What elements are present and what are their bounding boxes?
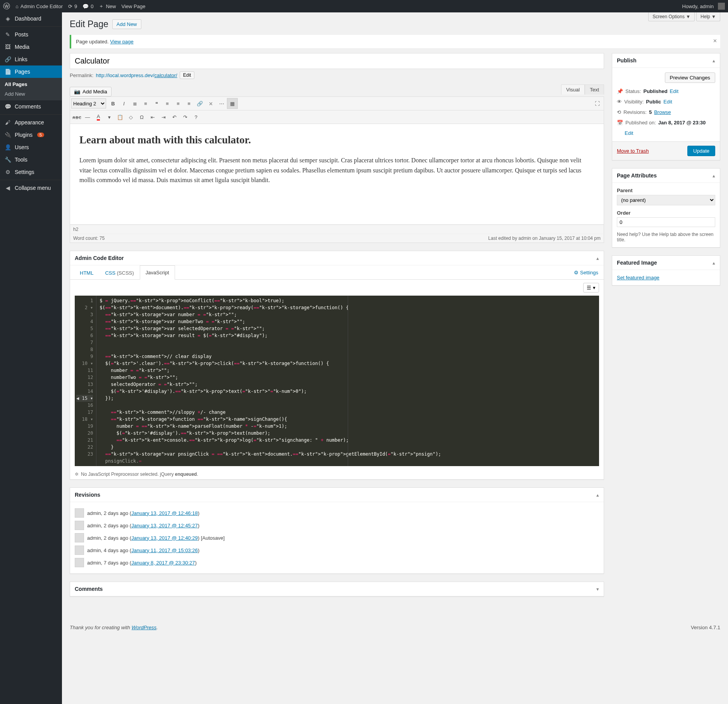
- textcolor-icon[interactable]: A: [93, 112, 104, 122]
- parent-select[interactable]: (no parent): [617, 195, 715, 205]
- fullscreen-icon[interactable]: ⛶: [592, 98, 603, 109]
- more-icon[interactable]: ⋯: [216, 98, 227, 109]
- avatar: [75, 546, 84, 555]
- code-editor[interactable]: 1 2 ▾ 3 4 5 6 7 8 9 10 ▾ 11 12 13 14◀ 15…: [75, 296, 599, 466]
- ace-status-text: No JavaScript Preprocessor selected. jQu…: [81, 472, 198, 477]
- align-left-icon[interactable]: ≡: [162, 98, 173, 109]
- edit-status-link[interactable]: Edit: [670, 88, 678, 94]
- menu-posts[interactable]: ✎Posts: [0, 28, 62, 41]
- order-input[interactable]: [617, 217, 715, 227]
- unlink-icon[interactable]: ⤫: [205, 98, 216, 109]
- view-page-link[interactable]: View page: [110, 39, 133, 45]
- menu-links[interactable]: 🔗Links: [0, 53, 62, 65]
- revision-link[interactable]: January 13, 2017 @ 12:45:27: [131, 523, 198, 528]
- add-media-button[interactable]: 📷Add Media: [70, 87, 112, 96]
- link-icon[interactable]: 🔗: [194, 98, 205, 109]
- editor-path: h2: [73, 227, 78, 232]
- bullet-list-icon[interactable]: ≣: [129, 98, 140, 109]
- textcolor-drop-icon[interactable]: ▾: [104, 112, 115, 122]
- help-icon[interactable]: ?: [191, 112, 201, 122]
- wordpress-link[interactable]: WordPress: [132, 625, 156, 630]
- comments[interactable]: 💬0: [82, 3, 93, 9]
- ace-title: Admin Code Editor: [75, 255, 124, 261]
- align-right-icon[interactable]: ≡: [184, 98, 194, 109]
- edit-date-link[interactable]: Edit: [625, 130, 633, 136]
- view-page[interactable]: View Page: [121, 3, 145, 9]
- hr-icon[interactable]: —: [82, 112, 93, 122]
- menu-collapse[interactable]: ◀Collapse menu: [0, 182, 62, 194]
- permalink-link[interactable]: http://local.wordpress.dev/calculator/: [96, 72, 177, 78]
- revision-link[interactable]: January 13, 2017 @ 12:40:29: [131, 535, 198, 541]
- align-center-icon[interactable]: ≡: [173, 98, 184, 109]
- paste-text-icon[interactable]: 📋: [115, 112, 125, 122]
- redo-icon[interactable]: ↷: [180, 112, 191, 122]
- menu-appearance[interactable]: 🖌Appearance: [0, 116, 62, 129]
- toolbar-toggle-icon[interactable]: ▦: [227, 98, 238, 109]
- settings-icon: ⚙: [4, 169, 12, 175]
- set-featured-image[interactable]: Set featured image: [617, 275, 659, 281]
- media-icon: 🖾: [4, 44, 12, 50]
- ace-settings[interactable]: ⚙Settings: [572, 266, 600, 279]
- new-content[interactable]: ＋New: [99, 3, 116, 10]
- quote-icon[interactable]: ❝: [151, 98, 162, 109]
- menu-pages[interactable]: 📄Pages: [0, 65, 62, 78]
- heading-select[interactable]: Heading 2: [71, 98, 106, 108]
- howdy-user[interactable]: Howdy, admin: [682, 3, 725, 10]
- submenu-all-pages[interactable]: All Pages: [0, 79, 62, 89]
- text-tab[interactable]: Text: [585, 84, 604, 95]
- italic-icon[interactable]: I: [118, 98, 129, 109]
- toggle-icon[interactable]: ▴: [596, 255, 599, 261]
- ace-menu-button[interactable]: ☰ ▾: [583, 283, 599, 293]
- special-char-icon[interactable]: Ω: [136, 112, 147, 122]
- toggle-icon[interactable]: ▴: [596, 492, 599, 498]
- ace-tab-html[interactable]: HTML: [74, 266, 99, 280]
- menu-plugins[interactable]: 🔌Plugins5: [0, 129, 62, 141]
- menu-tools[interactable]: 🔧Tools: [0, 153, 62, 166]
- links-icon: 🔗: [4, 56, 12, 62]
- content-editor[interactable]: Learn about math with this calculator. L…: [70, 124, 604, 225]
- revision-link[interactable]: January 8, 2017 @ 23:30:27: [131, 560, 195, 566]
- update-button[interactable]: Update: [687, 146, 715, 156]
- move-to-trash[interactable]: Move to Trash: [617, 148, 649, 154]
- add-new-button[interactable]: Add New: [112, 19, 141, 29]
- revision-link[interactable]: January 11, 2017 @ 15:03:26: [131, 547, 198, 553]
- toggle-icon[interactable]: ▴: [713, 260, 715, 266]
- edit-visibility-link[interactable]: Edit: [663, 99, 672, 105]
- version: Version 4.7.1: [691, 625, 720, 630]
- footer-thanks: Thank you for creating with: [70, 625, 132, 630]
- toggle-icon[interactable]: ▴: [713, 58, 715, 64]
- outdent-icon[interactable]: ⇤: [147, 112, 158, 122]
- menu-dashboard[interactable]: ◈Dashboard: [0, 12, 62, 25]
- edit-slug-button[interactable]: Edit: [180, 71, 195, 79]
- dismiss-icon[interactable]: ✕: [713, 38, 717, 44]
- indent-icon[interactable]: ⇥: [158, 112, 169, 122]
- wp-logo[interactable]: ⓦ: [3, 2, 10, 11]
- menu-media[interactable]: 🖾Media: [0, 41, 62, 53]
- avatar: [75, 533, 84, 542]
- visual-tab[interactable]: Visual: [561, 84, 585, 95]
- screen-options-tab[interactable]: Screen Options ▼: [648, 12, 695, 21]
- ace-tab-js[interactable]: JavaScript: [140, 265, 175, 280]
- browse-revisions-link[interactable]: Browse: [654, 109, 671, 115]
- ace-tab-css[interactable]: CSS (SCSS): [99, 266, 139, 280]
- gear-icon: ✲: [75, 472, 79, 477]
- toggle-icon[interactable]: ▴: [713, 173, 715, 179]
- revision-link[interactable]: January 13, 2017 @ 12:46:18: [131, 510, 198, 516]
- menu-users[interactable]: 👤Users: [0, 141, 62, 153]
- help-tab[interactable]: Help ▼: [696, 12, 720, 21]
- posts-icon: ✎: [4, 31, 12, 38]
- strike-icon[interactable]: ᴀʙᴄ: [71, 112, 82, 122]
- clear-formatting-icon[interactable]: ◇: [125, 112, 136, 122]
- site-name[interactable]: ⌂Admin Code Editor: [15, 3, 63, 9]
- undo-icon[interactable]: ↶: [169, 112, 180, 122]
- number-list-icon[interactable]: ≡: [140, 98, 151, 109]
- bold-icon[interactable]: B: [108, 98, 118, 109]
- updates[interactable]: ⟳9: [68, 3, 77, 9]
- title-input[interactable]: [70, 53, 604, 69]
- menu-comments[interactable]: 💬Comments: [0, 100, 62, 113]
- menu-settings[interactable]: ⚙Settings: [0, 166, 62, 178]
- toggle-icon[interactable]: ▾: [596, 586, 599, 592]
- dashboard-icon: ◈: [4, 15, 12, 22]
- submenu-add-new[interactable]: Add New: [0, 89, 62, 99]
- preview-button[interactable]: Preview Changes: [665, 72, 715, 83]
